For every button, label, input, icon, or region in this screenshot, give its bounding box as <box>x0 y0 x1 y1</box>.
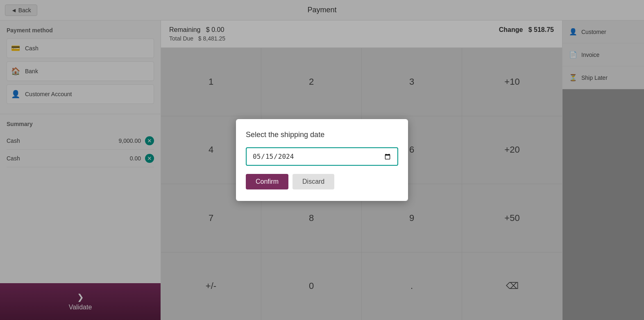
modal-actions: Confirm Discard <box>246 174 398 189</box>
modal-overlay: Select the shipping date Confirm Discard <box>0 0 644 320</box>
discard-button[interactable]: Discard <box>293 174 334 189</box>
date-input[interactable] <box>246 147 398 166</box>
shipping-date-modal: Select the shipping date Confirm Discard <box>236 119 408 201</box>
confirm-button[interactable]: Confirm <box>246 174 288 189</box>
modal-title: Select the shipping date <box>246 131 398 139</box>
